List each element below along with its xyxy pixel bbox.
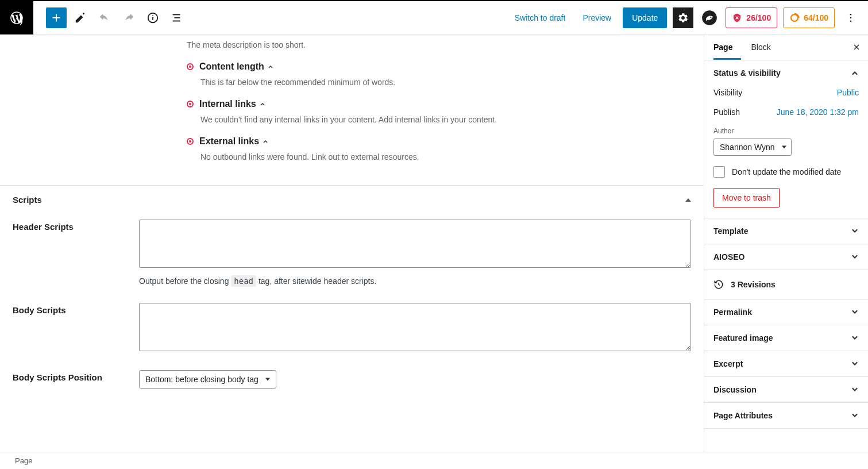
seo-item-title: Content length — [199, 61, 264, 72]
featured-image-header[interactable]: Featured image — [704, 325, 868, 351]
svg-point-10 — [850, 17, 852, 18]
editor-toolbar: Switch to draft Preview Update 26/100 64… — [0, 0, 868, 34]
chevron-down-icon — [851, 308, 859, 316]
settings-button[interactable] — [673, 7, 693, 28]
scripts-panel-title: Scripts — [13, 195, 42, 205]
status-visibility-header[interactable]: Status & visibility — [704, 60, 868, 86]
excerpt-panel: Excerpt — [704, 351, 868, 377]
main-editor: The meta description is too short. Conte… — [0, 34, 704, 452]
tab-underline — [713, 58, 741, 60]
featured-image-panel: Featured image — [704, 325, 868, 351]
seo-item-desc: This is far below the recommended minimu… — [200, 76, 681, 89]
error-dot-icon — [187, 138, 194, 145]
tab-block[interactable]: Block — [742, 34, 780, 60]
permalink-panel: Permalink — [704, 299, 868, 325]
error-dot-icon — [187, 101, 194, 107]
svg-rect-4 — [174, 17, 180, 18]
seo-analysis-list: The meta description is too short. Conte… — [0, 39, 704, 185]
chevron-down-icon — [851, 386, 859, 394]
visibility-label: Visibility — [713, 88, 742, 97]
chevron-down-icon — [851, 227, 859, 235]
revisions-panel: 3 Revisions — [704, 270, 868, 299]
publish-row: Publish June 18, 2020 1:32 pm — [713, 107, 859, 117]
close-sidebar-button[interactable] — [845, 34, 868, 60]
header-scripts-label: Header Scripts — [13, 220, 139, 232]
preview-button[interactable]: Preview — [577, 9, 617, 27]
aioseo-panel: AIOSEO — [704, 244, 868, 270]
seo-item: The meta description is too short. — [187, 39, 704, 51]
scripts-panel-header[interactable]: Scripts — [0, 186, 704, 214]
revisions-label: 3 Revisions — [731, 280, 776, 289]
status-visibility-panel: Status & visibility Visibility Public Pu… — [704, 60, 868, 218]
svg-point-7 — [711, 16, 712, 17]
publish-value[interactable]: June 18, 2020 1:32 pm — [777, 107, 859, 117]
seo-item: Internal links We couldn't find any inte… — [187, 99, 704, 126]
visibility-row: Visibility Public — [713, 88, 859, 97]
svg-point-9 — [850, 13, 852, 15]
seo-score-badge[interactable]: 26/100 — [726, 7, 777, 28]
header-scripts-textarea[interactable] — [139, 220, 691, 268]
seo-item-desc: We couldn't find any internal links in y… — [200, 114, 681, 126]
visibility-value[interactable]: Public — [837, 88, 859, 97]
tab-page[interactable]: Page — [704, 34, 742, 60]
page-attributes-header[interactable]: Page Attributes — [704, 403, 868, 428]
body-scripts-label: Body Scripts — [13, 303, 139, 315]
seo-score-value: 26/100 — [746, 13, 771, 22]
seo-item-header[interactable]: Internal links — [187, 99, 681, 109]
svg-rect-5 — [173, 20, 180, 21]
switch-to-draft-button[interactable]: Switch to draft — [509, 9, 572, 27]
revisions-row[interactable]: 3 Revisions — [704, 270, 868, 299]
redo-button[interactable] — [118, 7, 139, 28]
discussion-panel: Discussion — [704, 377, 868, 403]
chevron-up-icon — [851, 69, 859, 77]
author-row: Author Shannon Wynn — [713, 127, 859, 156]
collapse-triangle-icon — [685, 198, 691, 202]
update-button[interactable]: Update — [623, 7, 667, 28]
status-visibility-body: Visibility Public Publish June 18, 2020 … — [704, 86, 868, 218]
dont-update-checkbox[interactable] — [713, 166, 725, 178]
toolbar-right: Switch to draft Preview Update 26/100 64… — [509, 7, 868, 28]
workspace: The meta description is too short. Conte… — [0, 34, 868, 452]
more-menu-button[interactable] — [840, 7, 861, 28]
body-scripts-row: Body Scripts — [13, 303, 691, 353]
seo-item-header[interactable]: Content length — [187, 61, 681, 72]
chevron-down-icon — [851, 253, 859, 261]
scripts-panel: Scripts Header Scripts Output before the… — [0, 185, 704, 423]
info-icon[interactable] — [142, 7, 163, 28]
error-dot-icon — [187, 63, 194, 70]
readability-score-value: 64/100 — [804, 13, 828, 22]
wordpress-logo[interactable] — [0, 1, 33, 34]
aioseo-header[interactable]: AIOSEO — [704, 244, 868, 270]
template-panel: Template — [704, 218, 868, 244]
excerpt-header[interactable]: Excerpt — [704, 351, 868, 376]
svg-point-11 — [850, 20, 852, 22]
edit-icon[interactable] — [70, 7, 91, 28]
seo-item-title: External links — [199, 136, 259, 147]
publish-label: Publish — [713, 107, 740, 117]
seo-item-desc: No outbound links were found. Link out t… — [200, 151, 681, 163]
header-scripts-hint: Output before the closing head tag, afte… — [139, 276, 691, 286]
seo-item: External links No outbound links were fo… — [187, 136, 704, 163]
dont-update-label: Don't update the modified date — [732, 167, 841, 176]
undo-button[interactable] — [94, 7, 115, 28]
add-block-button[interactable] — [46, 7, 67, 28]
seo-item: Content length This is far below the rec… — [187, 61, 704, 89]
readability-score-badge[interactable]: 64/100 — [783, 7, 835, 28]
outline-icon[interactable] — [167, 7, 187, 28]
header-scripts-row: Header Scripts Output before the closing… — [13, 220, 691, 286]
settings-sidebar: Page Block Status & visibility Visibilit… — [704, 34, 868, 452]
chevron-up-icon — [268, 64, 273, 70]
author-select[interactable]: Shannon Wynn — [713, 139, 792, 156]
template-header[interactable]: Template — [704, 218, 868, 244]
body-position-select[interactable]: Bottom: before closing body tag — [139, 370, 276, 389]
body-scripts-textarea[interactable] — [139, 303, 691, 351]
seo-item-header[interactable]: External links — [187, 136, 681, 147]
chevron-down-icon — [851, 360, 859, 368]
scripts-panel-body: Header Scripts Output before the closing… — [0, 214, 704, 423]
aioseo-icon[interactable] — [699, 7, 720, 28]
discussion-header[interactable]: Discussion — [704, 377, 868, 402]
permalink-header[interactable]: Permalink — [704, 299, 868, 325]
toolbar-left — [33, 7, 187, 28]
move-to-trash-button[interactable]: Move to trash — [713, 188, 780, 207]
author-label: Author — [713, 127, 859, 135]
